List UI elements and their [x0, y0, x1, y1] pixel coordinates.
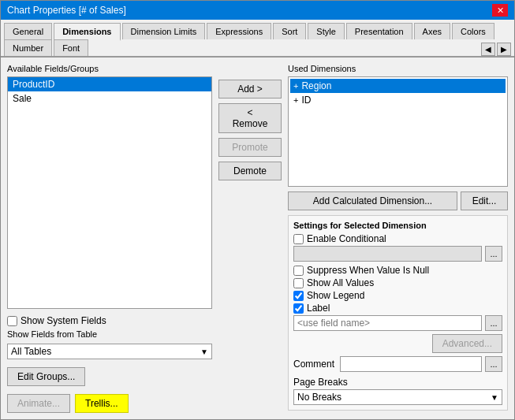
page-breaks-dropdown[interactable]: No Breaks ▼ [293, 389, 502, 405]
label-label: Label [307, 303, 330, 314]
title-bar: Chart Properties [# of Sales] ✕ [1, 1, 514, 20]
show-system-fields-row: Show System Fields [7, 315, 212, 326]
used-dimensions-list: + Region + ID [288, 76, 508, 187]
enable-conditional-row: Enable Conditional [293, 233, 502, 244]
label-input-row: ... [293, 315, 502, 331]
available-fields-label: Available Fields/Groups [7, 64, 212, 73]
comment-ellipsis-btn[interactable]: ... [485, 356, 502, 372]
close-button[interactable]: ✕ [492, 4, 508, 17]
promote-button[interactable]: Promote [218, 138, 282, 157]
tab-font[interactable]: Font [54, 39, 88, 56]
field-item-productid[interactable]: ProductID [8, 77, 211, 91]
demote-button[interactable]: Demote [218, 162, 282, 180]
tab-expressions[interactable]: Expressions [207, 23, 271, 39]
suppress-null-checkbox[interactable] [293, 266, 304, 276]
left-panel: Available Fields/Groups ProductID Sale S… [7, 64, 212, 413]
conditional-input-row: ... [293, 246, 502, 262]
show-system-fields-checkbox[interactable] [7, 316, 17, 326]
edit-button[interactable]: Edit... [461, 191, 508, 210]
table-dropdown-value: All Tables [11, 346, 51, 357]
tab-axes[interactable]: Axes [414, 23, 450, 39]
trellis-button[interactable]: Trellis... [75, 394, 129, 413]
show-all-values-checkbox[interactable] [293, 278, 304, 288]
page-breaks-arrow-icon: ▼ [491, 393, 498, 402]
advanced-button[interactable]: Advanced... [432, 334, 502, 353]
tab-sort[interactable]: Sort [273, 23, 306, 39]
page-breaks-label: Page Breaks [293, 377, 502, 388]
left-bottom: Show System Fields Show Fields from Tabl… [7, 315, 212, 413]
field-item-sale[interactable]: Sale [8, 91, 211, 106]
dropdown-arrow-icon: ▼ [200, 348, 208, 356]
dialog-window: Chart Properties [# of Sales] ✕ General … [0, 0, 515, 420]
bottom-buttons: Edit Groups... [7, 367, 212, 386]
settings-section: Settings for Selected Dimension Enable C… [288, 215, 508, 411]
dim-item-id[interactable]: + ID [290, 93, 506, 107]
suppress-null-row: Suppress When Value Is Null [293, 265, 502, 276]
comment-label: Comment [293, 359, 337, 370]
tab-prev-arrow[interactable]: ◀ [481, 43, 495, 56]
tab-colors[interactable]: Colors [452, 23, 494, 39]
show-legend-label: Show Legend [307, 290, 364, 301]
comment-input[interactable] [340, 356, 482, 372]
remove-button[interactable]: < Remove [218, 103, 282, 133]
tab-dimensions[interactable]: Dimensions [54, 23, 120, 41]
used-dimensions-label: Used Dimensions [288, 64, 508, 73]
enable-conditional-label: Enable Conditional [307, 233, 386, 244]
tab-presentation[interactable]: Presentation [346, 23, 412, 39]
dim-region-label: Region [301, 80, 331, 91]
tab-number[interactable]: Number [4, 39, 52, 56]
show-all-values-row: Show All Values [293, 277, 502, 288]
table-dropdown[interactable]: All Tables ▼ [7, 344, 212, 359]
animate-trellis-buttons: Animate... Trellis... [7, 394, 212, 413]
main-content: Available Fields/Groups ProductID Sale S… [1, 58, 514, 419]
show-fields-from-row: Show Fields from Table All Tables ▼ [7, 329, 212, 359]
advanced-row: Advanced... [293, 334, 502, 353]
page-breaks-value: No Breaks [297, 392, 341, 403]
show-fields-from-label: Show Fields from Table [7, 329, 212, 339]
tab-dimension-limits[interactable]: Dimension Limits [122, 23, 206, 39]
enable-conditional-checkbox[interactable] [293, 234, 304, 244]
right-panel: Used Dimensions + Region + ID Add Calcul… [288, 64, 508, 413]
show-system-fields-label: Show System Fields [21, 315, 106, 326]
animate-button[interactable]: Animate... [7, 394, 70, 413]
available-fields-list: ProductID Sale [7, 76, 212, 309]
edit-groups-button[interactable]: Edit Groups... [7, 367, 85, 386]
show-legend-row: Show Legend [293, 290, 502, 301]
add-calc-dimension-button[interactable]: Add Calculated Dimension... [288, 191, 457, 210]
settings-title: Settings for Selected Dimension [293, 221, 502, 230]
dim-item-region[interactable]: + Region [290, 79, 506, 93]
tab-next-arrow[interactable]: ▶ [497, 43, 511, 56]
tab-nav-arrows: ◀ ▶ [481, 43, 511, 56]
dialog-title: Chart Properties [# of Sales] [7, 5, 126, 16]
tab-style[interactable]: Style [308, 23, 344, 39]
label-ellipsis-btn[interactable]: ... [485, 315, 502, 331]
middle-panel: Add > < Remove Promote Demote [218, 64, 282, 413]
label-row: Label [293, 303, 502, 314]
comment-row: Comment ... [293, 356, 502, 372]
show-legend-checkbox[interactable] [293, 291, 304, 301]
expand-id-icon: + [293, 95, 298, 105]
conditional-ellipsis-btn[interactable]: ... [485, 246, 502, 262]
show-all-values-label: Show All Values [307, 277, 374, 288]
expand-region-icon: + [293, 81, 298, 91]
label-checkbox[interactable] [293, 303, 304, 314]
label-input[interactable] [293, 315, 482, 331]
add-calc-row: Add Calculated Dimension... Edit... [288, 191, 508, 210]
tabs-row: General Dimensions Dimension Limits Expr… [1, 20, 514, 58]
tab-general[interactable]: General [4, 23, 52, 39]
conditional-input[interactable] [293, 246, 482, 262]
page-breaks-section: Page Breaks No Breaks ▼ [293, 377, 502, 405]
dim-id-label: ID [301, 95, 311, 106]
suppress-null-label: Suppress When Value Is Null [307, 265, 429, 276]
add-button[interactable]: Add > [218, 80, 282, 98]
